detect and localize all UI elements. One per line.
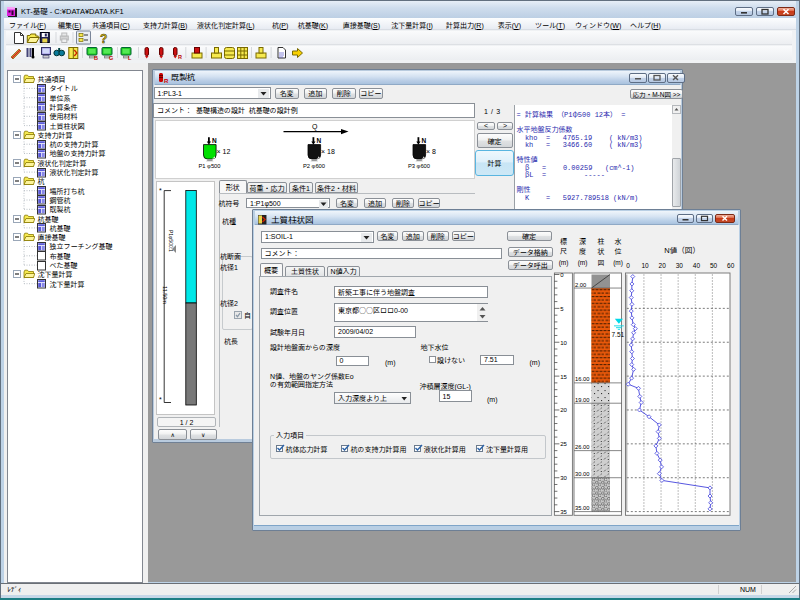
svg-text:35: 35: [560, 509, 567, 515]
svg-text:N: N: [421, 137, 426, 144]
svg-text:10: 10: [560, 340, 567, 346]
svg-text:位: 位: [615, 247, 622, 255]
svg-text:60: 60: [727, 262, 735, 269]
svg-text:状: 状: [598, 247, 605, 255]
svg-text:11.50m: 11.50m: [161, 286, 167, 304]
svg-text:30: 30: [560, 475, 567, 481]
svg-text:度: 度: [579, 248, 586, 255]
svg-text:19.00: 19.00: [575, 397, 590, 403]
svg-text:10: 10: [641, 262, 649, 269]
svg-text:R: R: [164, 78, 169, 84]
svg-text:2.00: 2.00: [575, 282, 586, 288]
svg-text:柱: 柱: [598, 237, 605, 245]
svg-text:16.00: 16.00: [575, 376, 590, 382]
svg-text:P2 φ600: P2 φ600: [302, 163, 324, 169]
svg-text:深: 深: [579, 237, 586, 245]
svg-text:尺: 尺: [560, 248, 567, 255]
svg-text:26.00: 26.00: [575, 444, 590, 450]
svg-text:× 18: × 18: [321, 148, 335, 155]
svg-text:× 12: × 12: [216, 148, 230, 155]
svg-text:7.51: 7.51: [612, 331, 625, 338]
svg-text:B: B: [94, 55, 98, 61]
svg-text:標: 標: [560, 238, 567, 246]
svg-text:L: L: [128, 55, 132, 61]
svg-text:40: 40: [693, 262, 701, 269]
svg-text:(m): (m): [559, 259, 569, 267]
svg-text:50: 50: [710, 262, 718, 269]
svg-text:G: G: [109, 55, 113, 61]
svg-text:0: 0: [626, 262, 630, 269]
svg-text:P3 φ600: P3 φ600: [407, 163, 429, 169]
svg-text:20: 20: [560, 407, 567, 413]
svg-text:Q: Q: [312, 123, 318, 131]
svg-text:N: N: [212, 137, 217, 144]
svg-text:R: R: [178, 54, 182, 60]
svg-text:*: *: [159, 187, 162, 194]
svg-text:20: 20: [659, 262, 667, 269]
svg-text:?: ?: [100, 32, 107, 46]
svg-text:N値（回）: N値（回）: [664, 246, 699, 255]
svg-text:(m): (m): [613, 259, 623, 267]
svg-text:図: 図: [598, 259, 605, 266]
svg-text:15: 15: [560, 374, 567, 380]
svg-text:P1 φ500: P1 φ500: [198, 163, 220, 169]
svg-text:30: 30: [676, 262, 684, 269]
svg-text:(m): (m): [578, 259, 588, 267]
svg-text:25: 25: [560, 441, 567, 447]
svg-text:30.00: 30.00: [575, 471, 590, 477]
svg-text:35.00: 35.00: [575, 505, 590, 511]
svg-text:水: 水: [615, 238, 622, 245]
svg-text:× 8: × 8: [426, 148, 436, 155]
svg-text:*: *: [159, 396, 162, 403]
svg-text:N: N: [316, 137, 321, 144]
